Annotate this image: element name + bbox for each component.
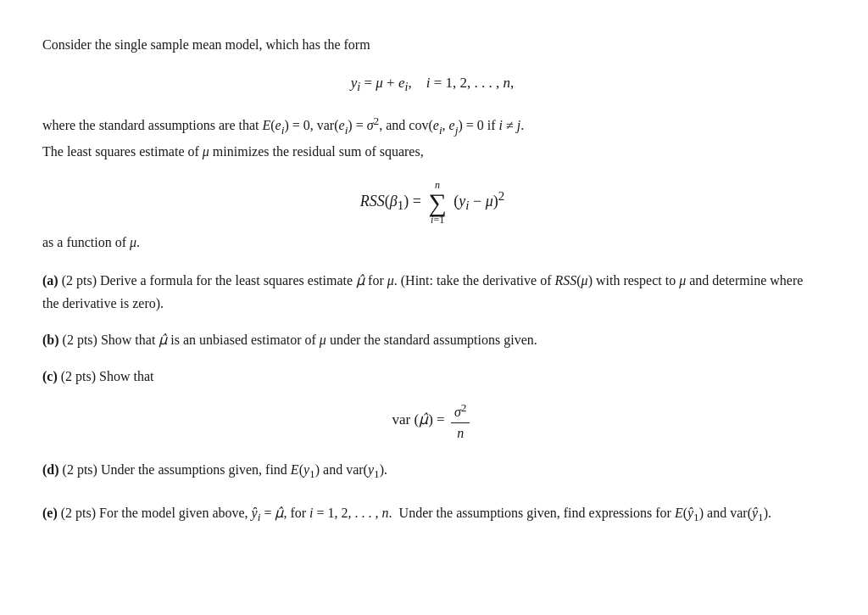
- part-c: (c) (2 pts) Show that: [42, 365, 822, 388]
- part-a-text: (2 pts) Derive a formula for the least s…: [42, 273, 803, 310]
- frac-denominator: n: [453, 423, 467, 441]
- part-d-text: (2 pts) Under the assumptions given, fin…: [63, 462, 387, 477]
- part-a-label: (a): [42, 273, 58, 288]
- part-b-text: (2 pts) Show that μ̂ is an unbiased esti…: [63, 333, 537, 347]
- part-b-label: (b): [42, 333, 59, 347]
- part-e-label: (e): [42, 506, 58, 520]
- var-equation: var (μ̂) = σ2 n: [42, 401, 822, 441]
- part-b: (b) (2 pts) Show that μ̂ is an unbiased …: [42, 328, 822, 351]
- as-function-text: as a function of μ.: [42, 232, 822, 254]
- sigma-bottom: i=1: [431, 215, 444, 225]
- part-c-label: (c): [42, 369, 58, 383]
- assumptions-text: where the standard assumptions are that …: [42, 112, 822, 163]
- sigma-char: ∑: [428, 191, 446, 214]
- part-a: (a) (2 pts) Derive a formula for the lea…: [42, 269, 822, 315]
- variance-fraction: σ2 n: [451, 401, 470, 441]
- intro-text: Consider the single sample mean model, w…: [42, 34, 822, 56]
- part-e: (e) (2 pts) For the model given above, ŷ…: [42, 501, 822, 528]
- part-e-text: (2 pts) For the model given above, ŷi = …: [61, 506, 771, 520]
- part-d: (d) (2 pts) Under the assumptions given,…: [42, 458, 822, 484]
- summation-symbol: n ∑ i=1: [428, 180, 446, 225]
- rss-equation: RSS(β1) = n ∑ i=1 (yi − μ)2: [42, 180, 822, 225]
- model-equation: yi = μ + ei, i = 1, 2, . . . , n,: [42, 71, 822, 97]
- part-c-text: (2 pts) Show that: [61, 369, 154, 383]
- part-d-label: (d): [42, 462, 59, 477]
- model-eq-text: yi = μ + ei, i = 1, 2, . . . , n,: [351, 75, 515, 91]
- main-content: Consider the single sample mean model, w…: [42, 34, 822, 528]
- frac-numerator: σ2: [451, 401, 470, 423]
